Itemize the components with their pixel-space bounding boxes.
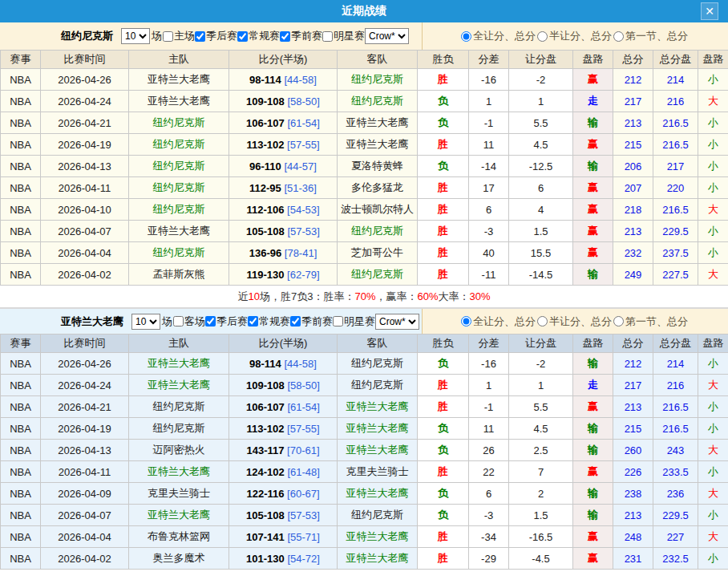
checkbox-playoffs[interactable]: 季后赛 [205,314,248,329]
cell-league: NBA [1,177,41,199]
full-time-score: 98-114 [249,358,281,370]
cell-point-diff: 22 [469,461,509,483]
cell-handicap-result: 赢 [573,242,613,264]
cell-point-diff: -34 [469,526,509,548]
radio-first-quarter-total[interactable]: 第一节、总分 [613,29,688,43]
cell-date: 2026-04-19 [41,134,129,156]
cell-score: 96-110 [44-57] [229,156,338,177]
radio-half-handicap-total[interactable]: 半让分、总分 [537,314,612,329]
cell-total-points: 206 [613,156,653,177]
cell-score: 106-107 [61-54] [229,396,338,418]
cell-score: 105-108 [57-53] [229,505,338,526]
cell-score: 113-102 [57-55] [229,418,338,440]
cell-total-points: 207 [613,177,653,199]
checkbox-preseason[interactable]: 季前赛 [280,29,322,43]
radio-half-handicap-total[interactable]: 半让分、总分 [537,29,612,43]
half-time-score: [58-50] [285,95,320,107]
cell-win-loss: 胜 [418,199,469,221]
checkbox-allstar[interactable]: 明星赛 [322,29,365,43]
cell-score: 107-141 [55-71] [229,526,338,548]
checkbox-playoffs[interactable]: 季后赛 [195,29,237,43]
cell-home-team: 奥兰多魔术 [129,548,229,570]
cell-handicap-result: 赢 [573,134,613,156]
cell-handicap-line: 1.5 [509,505,573,526]
checkbox-regular-season[interactable]: 常规赛 [248,314,290,329]
half-time-score: [78-41] [281,247,317,259]
checkbox-home-games[interactable]: 主场 [163,29,195,43]
full-time-score: 136-96 [249,247,281,259]
cell-score: 122-116 [60-67] [229,483,338,505]
cell-handicap-result: 输 [573,353,613,375]
checkbox-away-games[interactable]: 客场 [173,314,205,329]
game-row: NBA2026-04-10纽约尼克斯112-106 [54-53]波士顿凯尔特人… [1,199,728,221]
radio-first-quarter-total[interactable]: 第一节、总分 [613,314,688,329]
column-header: 总分 [613,51,653,69]
game-row: NBA2026-04-19纽约尼克斯113-102 [57-55]亚特兰大老鹰胜… [1,134,728,156]
odds-source-select[interactable]: Crow* [375,314,419,330]
cell-total-points: 213 [613,221,653,242]
checkbox-regular-season[interactable]: 常规赛 [237,29,280,43]
half-time-score: [44-58] [281,74,317,86]
cell-total-points: 238 [613,483,653,505]
cell-over-under: 小 [698,134,728,156]
cell-handicap-line: 5.5 [509,396,573,418]
games-count-select[interactable]: 10 [131,314,160,330]
cell-league: NBA [1,69,41,91]
cell-over-under: 小 [698,177,728,199]
cell-win-loss: 胜 [418,134,469,156]
column-header: 胜负 [418,51,469,69]
radio-full-handicap-total[interactable]: 全让分、总分 [461,29,536,43]
cell-date: 2026-04-13 [41,440,129,461]
cell-date: 2026-04-09 [41,483,129,505]
checkbox-preseason[interactable]: 季前赛 [290,314,333,329]
cell-home-team: 孟菲斯灰熊 [129,264,229,286]
column-header: 胜负 [418,335,469,353]
filter-bar-knicks: 纽约尼克斯 10 场 主场 季后赛 常规赛 季前赛 明星赛 Crow* 全让分、… [0,22,728,50]
cell-handicap-line: 6 [509,177,573,199]
cell-win-loss: 胜 [418,375,469,396]
cell-league: NBA [1,156,41,177]
half-time-score: [44-58] [281,358,317,370]
radio-full-handicap-total[interactable]: 全让分、总分 [461,314,536,329]
half-time-score: [57-55] [284,139,319,151]
knicks-summary-line: 近 10 场，胜7负3：胜率：70%，赢率：60% 大率：30% [0,286,728,308]
table-header-row: 赛事比赛时间主队比分(半场)客队胜负分差让分盘盘路总分总分盘盘路 [1,51,728,69]
column-header: 总分盘 [653,51,698,69]
cell-home-team: 亚特兰大老鹰 [129,221,229,242]
cell-over-under: 小 [698,505,728,526]
game-row: NBA2026-04-13纽约尼克斯96-110 [44-57]夏洛特黄蜂负-1… [1,156,728,177]
cell-handicap-result: 赢 [573,461,613,483]
column-header: 总分 [613,335,653,353]
odds-source-select[interactable]: Crow* [365,28,409,44]
full-time-score: 101-130 [246,553,285,565]
cell-point-diff: 40 [469,242,509,264]
half-time-score: [61-54] [285,117,320,129]
close-button[interactable]: ✕ [701,2,718,20]
full-time-score: 113-102 [246,423,284,435]
cell-total-line: 216.5 [653,418,698,440]
cell-handicap-line: 5.5 [509,112,573,134]
cell-away-team: 克里夫兰骑士 [338,461,418,483]
game-row: NBA2026-04-21纽约尼克斯106-107 [61-54]亚特兰大老鹰负… [1,112,728,134]
cell-away-team: 亚特兰大老鹰 [338,548,418,570]
cell-over-under: 小 [698,242,728,264]
full-time-score: 113-102 [246,139,284,151]
game-row: NBA2026-04-07亚特兰大老鹰105-108 [57-53]纽约尼克斯负… [1,505,728,526]
cell-total-line: 220 [653,177,698,199]
cell-home-team: 纽约尼克斯 [129,199,229,221]
cell-point-diff: 6 [469,483,509,505]
filter-controls: 亚特兰大老鹰 10 场 客场 季后赛 常规赛 季前赛 明星赛 Crow* [0,309,423,334]
checkbox-allstar[interactable]: 明星赛 [333,314,375,329]
cell-total-line: 216.5 [653,134,698,156]
full-time-score: 106-107 [246,401,285,413]
cell-win-loss: 胜 [418,221,469,242]
cell-handicap-result: 赢 [573,69,613,91]
cell-over-under: 大 [698,264,728,286]
cell-win-loss: 负 [418,418,469,440]
cell-point-diff: -14 [469,156,509,177]
cell-win-loss: 负 [418,505,469,526]
games-count-select[interactable]: 10 [121,28,150,44]
cell-total-points: 231 [613,548,653,570]
column-header: 盘路 [698,335,728,353]
cell-home-team: 迈阿密热火 [129,440,229,461]
